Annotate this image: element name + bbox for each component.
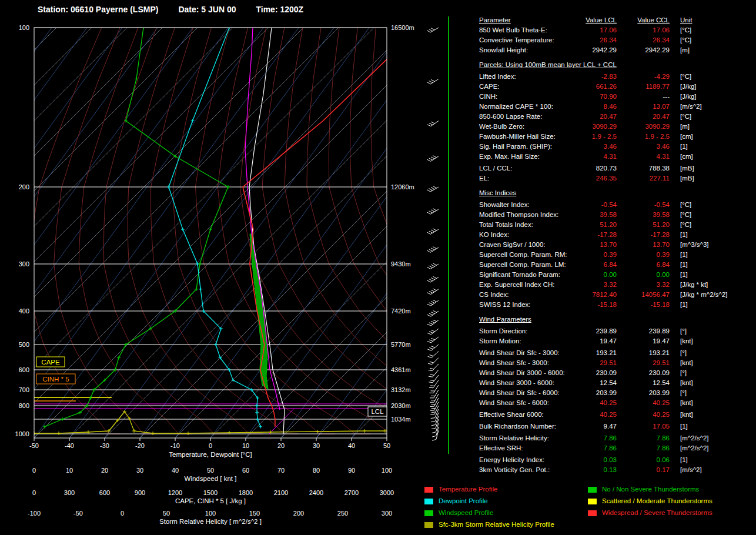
mixing-ratio-line bbox=[105, 28, 404, 438]
pressure-tick-label: 500 bbox=[19, 341, 29, 348]
height-tick-label: 5770m bbox=[391, 341, 411, 348]
mixing-ratio-line bbox=[352, 28, 467, 438]
value-lcl: 246.35 bbox=[578, 173, 617, 183]
value-ccl: 12.54 bbox=[617, 378, 670, 388]
param-label: Wet-Bulb Zero: bbox=[479, 122, 578, 132]
param-label: Total Totals Index: bbox=[479, 220, 578, 230]
severity-legend: No / Non Severe ThunderstormsScattered /… bbox=[588, 483, 712, 519]
wind-tick-label: 20 bbox=[101, 467, 108, 474]
unit-label: [mB] bbox=[670, 163, 747, 173]
wind-barb-tick bbox=[431, 122, 434, 123]
param-label: Storm Motion: bbox=[479, 336, 578, 346]
value-lcl: 70.90 bbox=[578, 92, 617, 102]
temp-tick-label: 20 bbox=[277, 442, 285, 449]
mixing-ratio-line bbox=[246, 28, 467, 438]
value-ccl: 230.09 bbox=[617, 368, 670, 378]
table-row: Wind Shear Sfc - 6000:40.2540.25[knt] bbox=[479, 398, 753, 408]
legend-item: Scattered / Moderate Thunderstorms bbox=[588, 495, 712, 507]
cape-tick-label: 3000 bbox=[380, 489, 394, 496]
table-row: SWISS 12 Index:-15.18-15.18[1] bbox=[479, 300, 753, 310]
param-label: Modified Thompson Index: bbox=[479, 210, 578, 220]
mixing-ratio-line bbox=[0, 28, 193, 438]
dewpoint-profile-line bbox=[169, 28, 260, 427]
param-label: Wind Shear Dir Sfc - 6000: bbox=[479, 388, 578, 398]
temp-tick-label: -40 bbox=[65, 442, 74, 449]
wind-barb-tick bbox=[427, 190, 430, 192]
value-ccl: 788.38 bbox=[617, 163, 670, 173]
srh-axis-title: Storm Relative Helicity [ m^2/s^2 ] bbox=[159, 518, 262, 525]
value-ccl: 227.11 bbox=[617, 173, 670, 183]
pressure-tick-label: 800 bbox=[19, 402, 29, 409]
value-lcl: 19.47 bbox=[578, 336, 617, 346]
mixing-ratio-line bbox=[281, 28, 467, 438]
wind-barb-tick bbox=[432, 439, 436, 440]
isotherm-line bbox=[0, 28, 162, 438]
isotherm-line bbox=[140, 28, 467, 438]
wind-barb-tick bbox=[427, 304, 430, 306]
unit-label: [°C] bbox=[670, 220, 747, 230]
isotherm-line bbox=[281, 28, 467, 438]
temp-tick-label: -30 bbox=[100, 442, 109, 449]
legend-label: Temperature Profile bbox=[439, 486, 497, 493]
table-row: Sig. Hail Param. (SHIP):3.463.46[1] bbox=[479, 142, 753, 152]
value-lcl: 0.13 bbox=[578, 465, 617, 475]
wind-barb-tick bbox=[433, 209, 436, 210]
wind-barb-tick bbox=[432, 436, 436, 437]
table-row: Total Totals Index:51.2051.20[°C] bbox=[479, 220, 753, 230]
wind-barb-tick bbox=[429, 303, 433, 305]
unit-label: [m^2/s^2] bbox=[670, 433, 747, 443]
table-row: Storm Motion:19.4719.47[knt] bbox=[479, 336, 753, 346]
wind-barb-tick bbox=[427, 82, 430, 84]
wind-barb-tick bbox=[429, 231, 433, 233]
unit-label: [knt] bbox=[670, 410, 747, 420]
value-ccl: 203.99 bbox=[617, 388, 670, 398]
unit-label: [mB] bbox=[670, 173, 747, 183]
wind-barb-tick bbox=[429, 387, 433, 388]
value-lcl: 3.46 bbox=[578, 142, 617, 152]
wind-barb-tick bbox=[428, 370, 432, 370]
wind-barb-tick bbox=[427, 250, 430, 252]
col-header-value-ccl: Value CCL bbox=[617, 15, 670, 25]
wind-tick-label: 100 bbox=[382, 467, 392, 474]
wind-barb-tick bbox=[430, 380, 434, 381]
wind-barb-tick bbox=[429, 123, 433, 125]
section-header: Misc Indices bbox=[479, 188, 753, 198]
wind-barb-icon bbox=[434, 402, 439, 410]
table-row: Bulk Richardson Number:9.4717.05[1] bbox=[479, 422, 753, 432]
param-label: CINH: bbox=[479, 92, 578, 102]
table-row: Storm Relative Helicity:7.867.86[m^2/s^2… bbox=[479, 433, 753, 443]
legend-swatch-icon bbox=[588, 510, 597, 516]
col-header-value-lcl: Value LCL bbox=[578, 15, 617, 25]
value-ccl: 7.86 bbox=[617, 443, 670, 453]
wind-barb-tick bbox=[430, 374, 434, 375]
isotherm-line bbox=[105, 28, 467, 438]
dry-adiabat-line bbox=[54, 28, 156, 434]
legend-swatch-icon bbox=[424, 522, 433, 528]
table-row: Supercell Comp. Param. RM:0.390.39[1] bbox=[479, 250, 753, 260]
height-tick-label: 7420m bbox=[391, 307, 411, 315]
value-lcl: 193.21 bbox=[578, 348, 617, 358]
table-row: Significant Tornado Param:0.000.00[1] bbox=[479, 270, 753, 280]
wind-barb-tick bbox=[433, 310, 436, 312]
isotherm-line bbox=[387, 28, 467, 438]
wind-barb-tick bbox=[429, 158, 433, 160]
value-lcl: 3090.29 bbox=[578, 122, 617, 132]
temp-tick-label: -10 bbox=[170, 442, 180, 449]
parameter-table: ParameterValue LCLValue CCLUnit850 Wet B… bbox=[479, 15, 753, 475]
value-ccl: 3.32 bbox=[617, 280, 670, 290]
table-row: Supercell Comp. Param. LM:6.846.84[1] bbox=[479, 260, 753, 270]
wind-barb-icon bbox=[432, 364, 439, 371]
srh-tick-label: 50 bbox=[163, 510, 170, 517]
legend-item: Temperature Profile bbox=[424, 483, 554, 495]
param-label: SWISS 12 Index: bbox=[479, 300, 578, 310]
cape-tick-label: 600 bbox=[99, 489, 110, 496]
wind-barb-tick bbox=[430, 386, 434, 386]
value-ccl: 39.58 bbox=[617, 210, 670, 220]
param-label: Storm Relative Helicity: bbox=[479, 433, 578, 443]
wind-barb-tick bbox=[428, 363, 432, 365]
unit-label: [°C] bbox=[670, 200, 747, 210]
param-label: Energy Helicity Index: bbox=[479, 455, 578, 465]
param-label: Normalized CAPE * 100: bbox=[479, 102, 578, 112]
value-ccl: 40.25 bbox=[617, 410, 670, 420]
unit-label: [°] bbox=[670, 368, 747, 378]
